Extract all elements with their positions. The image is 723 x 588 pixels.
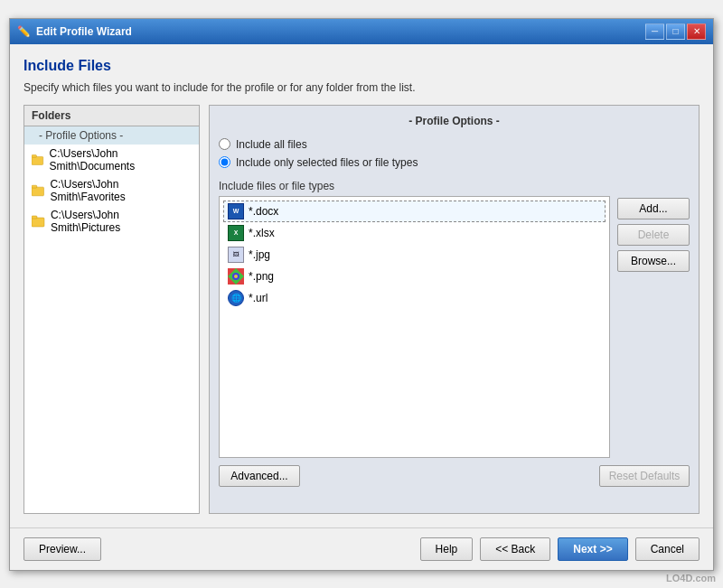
file-types-list[interactable]: W *.docx X *.xlsx bbox=[219, 196, 610, 458]
file-types-section: Include files or file types W *.docx bbox=[219, 180, 690, 458]
docx-icon: W bbox=[228, 203, 244, 219]
page-title: Include Files bbox=[23, 58, 700, 74]
folder-favorites-label: C:\Users\John Smith\Favorites bbox=[50, 178, 192, 203]
png-icon bbox=[228, 268, 244, 285]
content-area: Include Files Specify which files you wa… bbox=[10, 44, 713, 527]
title-bar-left: ✏️ Edit Profile Wizard bbox=[17, 25, 132, 38]
file-types-label: Include files or file types bbox=[219, 180, 610, 192]
profile-bottom-buttons: Advanced... Reset Defaults bbox=[219, 465, 690, 487]
radio-all-input[interactable] bbox=[219, 138, 230, 150]
delete-button[interactable]: Delete bbox=[617, 224, 690, 246]
title-controls: ─ □ ✕ bbox=[645, 23, 706, 40]
folder-item-pictures[interactable]: C:\Users\John Smith\Pictures bbox=[24, 206, 199, 237]
folder-pictures-label: C:\Users\John Smith\Pictures bbox=[51, 209, 192, 234]
url-label: *.url bbox=[249, 292, 268, 304]
maximize-button[interactable]: □ bbox=[666, 23, 685, 40]
folder-icon-documents bbox=[32, 154, 44, 166]
folders-list[interactable]: - Profile Options - C:\Users\John Smith\… bbox=[23, 126, 200, 514]
reset-defaults-button[interactable]: Reset Defaults bbox=[599, 465, 690, 487]
folder-item-documents[interactable]: C:\Users\John Smith\Documents bbox=[24, 145, 199, 175]
window-title: Edit Profile Wizard bbox=[36, 25, 132, 38]
file-type-png[interactable]: *.png bbox=[223, 266, 606, 287]
title-bar: ✏️ Edit Profile Wizard ─ □ ✕ bbox=[10, 19, 713, 44]
file-types-container: Include files or file types W *.docx bbox=[219, 180, 610, 458]
svg-rect-2 bbox=[32, 187, 43, 196]
folder-documents-label: C:\Users\John Smith\Documents bbox=[49, 147, 192, 173]
file-type-xlsx[interactable]: X *.xlsx bbox=[223, 222, 606, 244]
svg-point-9 bbox=[234, 275, 238, 278]
add-button[interactable]: Add... bbox=[617, 198, 690, 219]
footer: Preview... Help << Back Next >> Cancel bbox=[10, 527, 713, 570]
radio-group: Include all files Include only selected … bbox=[219, 138, 690, 169]
radio-all-label: Include all files bbox=[236, 138, 307, 151]
main-window: ✏️ Edit Profile Wizard ─ □ ✕ Include Fil… bbox=[9, 18, 714, 571]
svg-rect-4 bbox=[32, 218, 44, 227]
folder-item-profile[interactable]: - Profile Options - bbox=[24, 126, 199, 145]
radio-include-selected[interactable]: Include only selected files or file type… bbox=[219, 156, 690, 169]
minimize-button[interactable]: ─ bbox=[645, 23, 664, 40]
next-button[interactable]: Next >> bbox=[558, 537, 627, 561]
radio-selected-input[interactable] bbox=[219, 156, 230, 168]
folder-icon-favorites bbox=[32, 184, 45, 197]
folder-item-favorites[interactable]: C:\Users\John Smith\Favorites bbox=[24, 175, 199, 206]
file-type-url[interactable]: 🌐 *.url bbox=[223, 287, 606, 309]
profile-options-panel: - Profile Options - Include all files In… bbox=[209, 105, 700, 514]
close-button[interactable]: ✕ bbox=[687, 23, 706, 40]
file-type-jpg[interactable]: 🖼 *.jpg bbox=[223, 244, 606, 266]
png-icon-svg bbox=[228, 268, 244, 285]
svg-rect-1 bbox=[32, 154, 36, 157]
cancel-button[interactable]: Cancel bbox=[635, 537, 700, 561]
docx-label: *.docx bbox=[249, 205, 278, 218]
radio-selected-label: Include only selected files or file type… bbox=[236, 156, 418, 169]
folders-panel: Folders - Profile Options - C:\Users\Joh… bbox=[23, 105, 200, 514]
side-buttons: Add... Delete Browse... bbox=[617, 180, 690, 458]
jpg-label: *.jpg bbox=[249, 248, 270, 261]
file-type-docx[interactable]: W *.docx bbox=[223, 201, 606, 222]
folders-header: Folders bbox=[23, 105, 200, 126]
browse-button[interactable]: Browse... bbox=[617, 250, 690, 272]
svg-rect-0 bbox=[32, 156, 43, 164]
back-button[interactable]: << Back bbox=[480, 537, 550, 561]
watermark: LO4D.com bbox=[666, 573, 716, 583]
png-label: *.png bbox=[249, 270, 274, 283]
url-icon: 🌐 bbox=[228, 290, 244, 306]
advanced-button[interactable]: Advanced... bbox=[219, 465, 300, 487]
xlsx-icon: X bbox=[228, 225, 244, 241]
page-description: Specify which files you want to include … bbox=[23, 81, 700, 94]
folder-icon-pictures bbox=[32, 215, 46, 228]
help-button[interactable]: Help bbox=[420, 537, 474, 561]
profile-panel-title: - Profile Options - bbox=[219, 115, 690, 127]
jpg-icon: 🖼 bbox=[228, 247, 244, 263]
svg-rect-3 bbox=[32, 185, 37, 188]
profile-option-label: - Profile Options - bbox=[39, 129, 123, 142]
xlsx-label: *.xlsx bbox=[249, 227, 275, 239]
svg-rect-5 bbox=[32, 216, 37, 219]
footer-right: Help << Back Next >> Cancel bbox=[420, 537, 700, 561]
main-area: Folders - Profile Options - C:\Users\Joh… bbox=[23, 105, 700, 514]
preview-button[interactable]: Preview... bbox=[23, 537, 101, 561]
window-title-icon: ✏️ bbox=[17, 25, 31, 38]
footer-left: Preview... bbox=[23, 537, 101, 561]
radio-include-all[interactable]: Include all files bbox=[219, 138, 690, 151]
